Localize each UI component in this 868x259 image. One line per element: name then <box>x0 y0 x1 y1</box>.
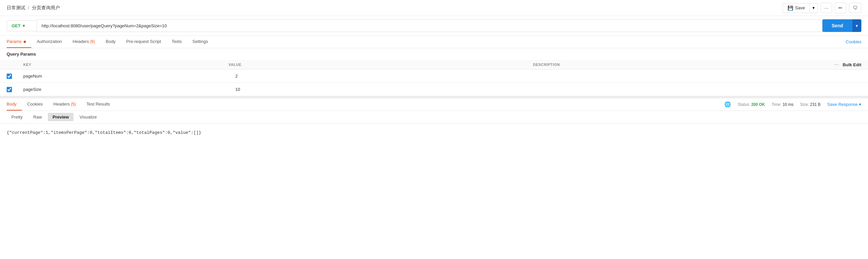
tab-settings-label: Settings <box>192 39 208 44</box>
response-tab-cookies-label: Cookies <box>27 102 43 107</box>
param-check-1[interactable] <box>7 87 20 92</box>
size-meta: Size: 231 B <box>800 102 820 107</box>
response-headers-badge: (5) <box>71 102 76 107</box>
params-table-header: KEY VALUE DESCRIPTION ··· Bulk Edit <box>0 60 868 69</box>
param-desc-input-1[interactable] <box>550 87 858 92</box>
header-desc-col: DESCRIPTION <box>530 60 834 69</box>
request-tabs-bar: Params Authorization Headers (6) Body Pr… <box>0 36 868 48</box>
tab-tests[interactable]: Tests <box>166 36 187 48</box>
view-tab-preview-label: Preview <box>53 115 69 119</box>
tab-authorization-label: Authorization <box>37 39 62 44</box>
param-checkbox-0[interactable] <box>7 74 12 79</box>
tab-settings[interactable]: Settings <box>187 36 213 48</box>
response-tab-test-results-label: Test Results <box>87 102 110 107</box>
header-actions-col: ··· Bulk Edit <box>834 61 861 68</box>
send-button[interactable]: Send <box>823 19 852 32</box>
param-value-input-0[interactable] <box>236 74 544 79</box>
time-label: Time: <box>772 102 781 107</box>
view-tab-pretty-label: Pretty <box>11 115 23 119</box>
cookies-link[interactable]: Cookies <box>846 36 861 48</box>
save-dropdown-button[interactable]: ▾ <box>810 3 818 13</box>
param-value-1[interactable] <box>232 85 547 94</box>
tab-tests-label: Tests <box>172 39 182 44</box>
save-response-button[interactable]: Save Response ▾ <box>827 102 861 107</box>
view-tab-pretty[interactable]: Pretty <box>7 113 27 121</box>
breadcrumb-parent: 日常测试 <box>7 5 25 11</box>
tab-params-label: Params <box>7 39 22 44</box>
response-tab-body[interactable]: Body <box>7 98 22 111</box>
save-button[interactable]: 💾 Save <box>782 3 810 13</box>
response-tab-cookies[interactable]: Cookies <box>22 98 48 111</box>
tab-body-label: Body <box>106 39 116 44</box>
param-value-input-1[interactable] <box>236 87 544 92</box>
tab-params[interactable]: Params <box>7 36 31 48</box>
tab-authorization[interactable]: Authorization <box>31 36 67 48</box>
view-tab-raw-label: Raw <box>33 115 42 119</box>
view-tab-visualize-label: Visualize <box>80 115 97 119</box>
bulk-edit-button[interactable]: Bulk Edit <box>843 61 861 68</box>
chevron-down-icon: ▾ <box>812 5 815 10</box>
table-more-icon[interactable]: ··· <box>834 62 838 67</box>
param-check-0[interactable] <box>7 74 20 79</box>
time-meta: Time: 10 ms <box>772 102 794 107</box>
param-key-1[interactable] <box>20 85 232 94</box>
save-btn-group: 💾 Save ▾ <box>782 3 818 13</box>
send-label: Send <box>832 23 843 28</box>
globe-icon: 🌐 <box>724 101 731 108</box>
method-dropdown-icon: ▾ <box>23 23 25 28</box>
time-value: 10 ms <box>782 102 794 107</box>
status-meta: Status: 200 OK <box>738 102 765 107</box>
response-body-content: {"currentPage":1,"itemsPerPage":0,"total… <box>7 130 201 135</box>
url-input[interactable] <box>37 19 823 32</box>
status-label: Status: <box>738 102 750 107</box>
query-params-label: Query Params <box>7 52 36 57</box>
param-desc-input-0[interactable] <box>550 74 858 79</box>
cookies-link-label: Cookies <box>846 39 861 44</box>
save-label: Save <box>795 5 805 10</box>
response-tab-test-results[interactable]: Test Results <box>81 98 115 111</box>
breadcrumb: 日常测试 / 分页查询用户 <box>7 5 60 11</box>
param-key-input-0[interactable] <box>23 74 229 79</box>
comment-icon: 🗨 <box>853 5 858 11</box>
header-value-col: VALUE <box>225 60 530 69</box>
param-checkbox-1[interactable] <box>7 87 12 92</box>
tab-body[interactable]: Body <box>100 36 121 48</box>
send-dropdown-button[interactable]: ▾ <box>852 19 861 32</box>
comment-button[interactable]: 🗨 <box>849 3 861 13</box>
param-row-1 <box>0 83 868 96</box>
method-select[interactable]: GET ▾ <box>7 20 37 31</box>
response-meta: 🌐 Status: 200 OK Time: 10 ms Size: 231 B… <box>724 101 861 108</box>
method-label: GET <box>12 23 21 28</box>
tab-headers[interactable]: Headers (6) <box>67 36 100 48</box>
response-tab-headers[interactable]: Headers (5) <box>48 98 81 111</box>
breadcrumb-current: 分页查询用户 <box>32 5 60 11</box>
view-tabs-bar: Pretty Raw Preview Visualize <box>0 111 868 123</box>
tab-pre-request-label: Pre-request Script <box>126 39 161 44</box>
param-row-0 <box>0 69 868 83</box>
more-icon: ··· <box>824 5 829 11</box>
header-key-col: KEY <box>20 60 225 69</box>
url-bar: GET ▾ Send ▾ <box>0 16 868 36</box>
param-desc-0[interactable] <box>547 71 861 81</box>
view-tab-preview[interactable]: Preview <box>48 113 73 121</box>
query-params-section-label: Query Params <box>0 48 868 60</box>
view-tab-raw[interactable]: Raw <box>29 113 46 121</box>
param-desc-1[interactable] <box>547 85 861 94</box>
top-actions: 💾 Save ▾ ··· ✏ 🗨 <box>782 3 861 13</box>
edit-button[interactable]: ✏ <box>835 3 846 13</box>
params-dot <box>24 40 26 43</box>
edit-icon: ✏ <box>838 5 843 11</box>
headers-badge: (6) <box>90 39 95 44</box>
response-body: {"currentPage":1,"itemsPerPage":0,"total… <box>0 123 868 157</box>
more-options-button[interactable]: ··· <box>820 3 832 13</box>
param-key-input-1[interactable] <box>23 87 229 92</box>
save-response-chevron-icon: ▾ <box>859 102 861 107</box>
breadcrumb-separator: / <box>28 5 29 11</box>
tab-pre-request[interactable]: Pre-request Script <box>121 36 166 48</box>
param-key-0[interactable] <box>20 71 232 81</box>
param-value-0[interactable] <box>232 71 547 81</box>
size-value: 231 B <box>810 102 820 107</box>
view-tab-visualize[interactable]: Visualize <box>75 113 101 121</box>
save-icon: 💾 <box>787 5 793 11</box>
status-value: 200 OK <box>751 102 765 107</box>
